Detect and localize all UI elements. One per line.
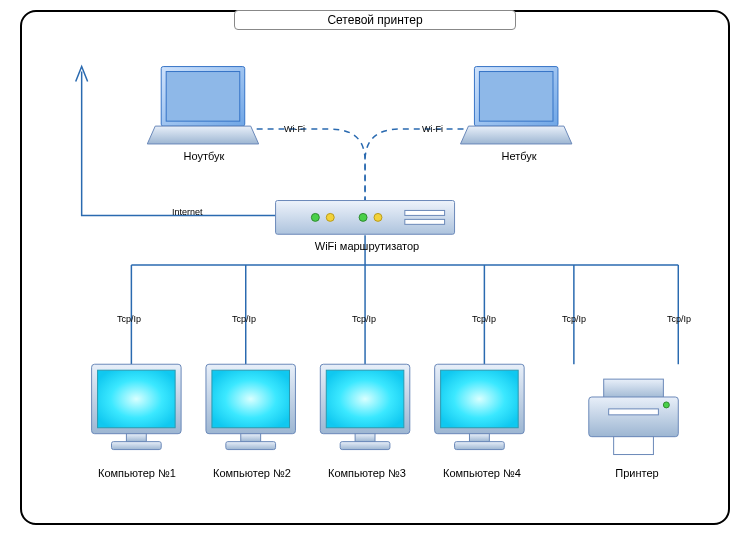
svg-rect-1 xyxy=(166,72,240,122)
tcpip-label-5: Tcp/Ip xyxy=(562,314,586,324)
pc1-label: Компьютер №1 xyxy=(82,467,192,479)
svg-point-31 xyxy=(663,402,669,408)
router-label: WiFi маршрутизатор xyxy=(292,240,442,252)
tcpip-label-3: Tcp/Ip xyxy=(352,314,376,324)
notebook-icon xyxy=(147,67,258,144)
svg-point-6 xyxy=(326,213,334,221)
svg-rect-18 xyxy=(226,442,276,450)
tcpip-label-6: Tcp/Ip xyxy=(667,314,691,324)
svg-rect-30 xyxy=(614,437,654,455)
svg-rect-24 xyxy=(441,370,519,428)
lan-lines xyxy=(131,235,678,364)
router-icon xyxy=(276,201,455,235)
svg-rect-22 xyxy=(340,442,390,450)
svg-rect-21 xyxy=(355,434,375,442)
pc4-label: Компьютер №4 xyxy=(427,467,537,479)
wifi-lines xyxy=(246,129,475,200)
pc3-label: Компьютер №3 xyxy=(312,467,422,479)
pc2-label: Компьютер №2 xyxy=(197,467,307,479)
internet-label: Internet xyxy=(172,207,203,217)
svg-rect-16 xyxy=(212,370,290,428)
svg-rect-26 xyxy=(455,442,505,450)
svg-rect-14 xyxy=(111,442,161,450)
pc4-icon xyxy=(435,364,524,449)
pc1-icon xyxy=(92,364,181,449)
svg-rect-10 xyxy=(405,219,445,224)
wifi-label-right: Wi-Fi xyxy=(422,124,443,134)
wifi-label-left: Wi-Fi xyxy=(284,124,305,134)
svg-rect-9 xyxy=(405,210,445,215)
printer-icon xyxy=(589,379,678,454)
svg-point-5 xyxy=(311,213,319,221)
netbook-icon xyxy=(461,67,572,144)
svg-rect-27 xyxy=(604,379,664,399)
svg-rect-25 xyxy=(469,434,489,442)
svg-point-8 xyxy=(374,213,382,221)
svg-rect-13 xyxy=(126,434,146,442)
printer-label: Принтер xyxy=(587,467,687,479)
diagram-canvas xyxy=(22,12,728,523)
svg-rect-29 xyxy=(609,409,659,415)
tcpip-label-2: Tcp/Ip xyxy=(232,314,256,324)
notebook-label: Ноутбук xyxy=(162,150,246,162)
pc2-icon xyxy=(206,364,295,449)
svg-rect-3 xyxy=(479,72,553,122)
svg-point-7 xyxy=(359,213,367,221)
tcpip-label-4: Tcp/Ip xyxy=(472,314,496,324)
svg-rect-17 xyxy=(241,434,261,442)
diagram-frame: Сетевой принтер xyxy=(20,10,730,525)
tcpip-label-1: Tcp/Ip xyxy=(117,314,141,324)
svg-rect-12 xyxy=(98,370,176,428)
pc3-icon xyxy=(320,364,409,449)
svg-rect-20 xyxy=(326,370,404,428)
netbook-label: Нетбук xyxy=(477,150,561,162)
